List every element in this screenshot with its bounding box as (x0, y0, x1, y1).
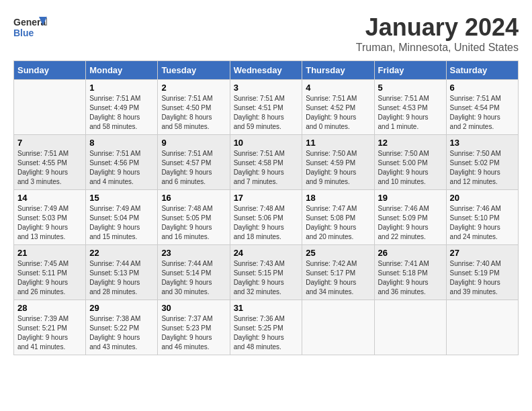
day-number: 1 (89, 83, 154, 93)
svg-text:Blue: Blue (13, 28, 34, 38)
day-info: Sunrise: 7:38 AM Sunset: 5:22 PM Dayligh… (89, 314, 154, 352)
calendar-cell: 31Sunrise: 7:36 AM Sunset: 5:25 PM Dayli… (230, 300, 302, 355)
page-header: General Blue January 2024 Truman, Minnes… (13, 13, 519, 54)
day-number: 13 (450, 138, 515, 148)
title-block: January 2024 Truman, Minnesota, United S… (356, 13, 519, 54)
day-number: 25 (306, 248, 370, 258)
calendar-cell: 11Sunrise: 7:50 AM Sunset: 4:59 PM Dayli… (302, 135, 374, 190)
calendar-cell: 10Sunrise: 7:51 AM Sunset: 4:58 PM Dayli… (230, 135, 302, 190)
day-number: 27 (450, 248, 515, 258)
weekday-header-friday: Friday (374, 61, 446, 80)
calendar-cell: 21Sunrise: 7:45 AM Sunset: 5:11 PM Dayli… (14, 245, 86, 300)
day-info: Sunrise: 7:51 AM Sunset: 4:58 PM Dayligh… (234, 149, 299, 187)
calendar-cell: 15Sunrise: 7:49 AM Sunset: 5:04 PM Dayli… (86, 190, 158, 245)
calendar-cell: 25Sunrise: 7:42 AM Sunset: 5:17 PM Dayli… (302, 245, 374, 300)
day-number: 29 (89, 303, 154, 313)
month-title: January 2024 (356, 13, 519, 42)
day-number: 17 (234, 193, 299, 203)
day-info: Sunrise: 7:49 AM Sunset: 5:03 PM Dayligh… (17, 204, 82, 242)
calendar-cell: 29Sunrise: 7:38 AM Sunset: 5:22 PM Dayli… (86, 300, 158, 355)
day-number: 23 (161, 248, 226, 258)
day-info: Sunrise: 7:36 AM Sunset: 5:25 PM Dayligh… (234, 314, 299, 352)
calendar-cell: 26Sunrise: 7:41 AM Sunset: 5:18 PM Dayli… (374, 245, 446, 300)
calendar-cell: 19Sunrise: 7:46 AM Sunset: 5:09 PM Dayli… (374, 190, 446, 245)
day-number: 4 (306, 83, 370, 93)
day-info: Sunrise: 7:50 AM Sunset: 5:00 PM Dayligh… (378, 149, 443, 187)
calendar-cell: 1Sunrise: 7:51 AM Sunset: 4:49 PM Daylig… (86, 80, 158, 135)
day-info: Sunrise: 7:51 AM Sunset: 4:50 PM Dayligh… (161, 94, 226, 132)
calendar-cell (374, 300, 446, 355)
calendar-week-row: 7Sunrise: 7:51 AM Sunset: 4:55 PM Daylig… (14, 135, 519, 190)
day-number: 11 (306, 138, 370, 148)
calendar-cell (14, 80, 86, 135)
day-info: Sunrise: 7:44 AM Sunset: 5:13 PM Dayligh… (89, 259, 154, 297)
day-info: Sunrise: 7:46 AM Sunset: 5:10 PM Dayligh… (450, 204, 515, 242)
day-info: Sunrise: 7:46 AM Sunset: 5:09 PM Dayligh… (378, 204, 443, 242)
day-number: 7 (17, 138, 82, 148)
day-number: 31 (234, 303, 299, 313)
day-info: Sunrise: 7:50 AM Sunset: 4:59 PM Dayligh… (306, 149, 370, 187)
day-number: 12 (378, 138, 443, 148)
calendar-week-row: 1Sunrise: 7:51 AM Sunset: 4:49 PM Daylig… (14, 80, 519, 135)
calendar-cell: 5Sunrise: 7:51 AM Sunset: 4:53 PM Daylig… (374, 80, 446, 135)
calendar-cell: 16Sunrise: 7:48 AM Sunset: 5:05 PM Dayli… (158, 190, 230, 245)
day-info: Sunrise: 7:37 AM Sunset: 5:23 PM Dayligh… (161, 314, 226, 352)
day-number: 22 (89, 248, 154, 258)
day-info: Sunrise: 7:50 AM Sunset: 5:02 PM Dayligh… (450, 149, 515, 187)
day-number: 30 (161, 303, 226, 313)
calendar-cell: 13Sunrise: 7:50 AM Sunset: 5:02 PM Dayli… (446, 135, 518, 190)
day-number: 8 (89, 138, 154, 148)
calendar-cell: 6Sunrise: 7:51 AM Sunset: 4:54 PM Daylig… (446, 80, 518, 135)
calendar-cell: 2Sunrise: 7:51 AM Sunset: 4:50 PM Daylig… (158, 80, 230, 135)
calendar-cell: 24Sunrise: 7:43 AM Sunset: 5:15 PM Dayli… (230, 245, 302, 300)
day-number: 9 (161, 138, 226, 148)
day-info: Sunrise: 7:51 AM Sunset: 4:52 PM Dayligh… (306, 94, 370, 132)
day-info: Sunrise: 7:47 AM Sunset: 5:08 PM Dayligh… (306, 204, 370, 242)
day-info: Sunrise: 7:51 AM Sunset: 4:54 PM Dayligh… (450, 94, 515, 132)
day-number: 14 (17, 193, 82, 203)
day-number: 28 (17, 303, 82, 313)
calendar-cell: 30Sunrise: 7:37 AM Sunset: 5:23 PM Dayli… (158, 300, 230, 355)
calendar-week-row: 28Sunrise: 7:39 AM Sunset: 5:21 PM Dayli… (14, 300, 519, 355)
weekday-header-saturday: Saturday (446, 61, 518, 80)
day-info: Sunrise: 7:51 AM Sunset: 4:57 PM Dayligh… (161, 149, 226, 187)
calendar-cell: 23Sunrise: 7:44 AM Sunset: 5:14 PM Dayli… (158, 245, 230, 300)
day-info: Sunrise: 7:49 AM Sunset: 5:04 PM Dayligh… (89, 204, 154, 242)
calendar-cell: 12Sunrise: 7:50 AM Sunset: 5:00 PM Dayli… (374, 135, 446, 190)
day-number: 5 (378, 83, 443, 93)
day-number: 19 (378, 193, 443, 203)
calendar-week-row: 14Sunrise: 7:49 AM Sunset: 5:03 PM Dayli… (14, 190, 519, 245)
calendar-cell: 28Sunrise: 7:39 AM Sunset: 5:21 PM Dayli… (14, 300, 86, 355)
day-number: 26 (378, 248, 443, 258)
day-info: Sunrise: 7:51 AM Sunset: 4:53 PM Dayligh… (378, 94, 443, 132)
weekday-header-monday: Monday (86, 61, 158, 80)
calendar-cell: 27Sunrise: 7:40 AM Sunset: 5:19 PM Dayli… (446, 245, 518, 300)
day-number: 15 (89, 193, 154, 203)
day-info: Sunrise: 7:43 AM Sunset: 5:15 PM Dayligh… (234, 259, 299, 297)
day-info: Sunrise: 7:39 AM Sunset: 5:21 PM Dayligh… (17, 314, 82, 352)
day-number: 10 (234, 138, 299, 148)
calendar-table: SundayMondayTuesdayWednesdayThursdayFrid… (13, 60, 519, 355)
calendar-cell: 20Sunrise: 7:46 AM Sunset: 5:10 PM Dayli… (446, 190, 518, 245)
calendar-cell: 22Sunrise: 7:44 AM Sunset: 5:13 PM Dayli… (86, 245, 158, 300)
location: Truman, Minnesota, United States (356, 42, 519, 54)
weekday-header-thursday: Thursday (302, 61, 374, 80)
day-number: 18 (306, 193, 370, 203)
calendar-cell: 8Sunrise: 7:51 AM Sunset: 4:56 PM Daylig… (86, 135, 158, 190)
logo-icon: General Blue (13, 13, 47, 40)
day-info: Sunrise: 7:48 AM Sunset: 5:05 PM Dayligh… (161, 204, 226, 242)
calendar-cell: 14Sunrise: 7:49 AM Sunset: 5:03 PM Dayli… (14, 190, 86, 245)
day-number: 20 (450, 193, 515, 203)
day-info: Sunrise: 7:51 AM Sunset: 4:49 PM Dayligh… (89, 94, 154, 132)
calendar-cell: 7Sunrise: 7:51 AM Sunset: 4:55 PM Daylig… (14, 135, 86, 190)
weekday-header-sunday: Sunday (14, 61, 86, 80)
day-info: Sunrise: 7:41 AM Sunset: 5:18 PM Dayligh… (378, 259, 443, 297)
day-info: Sunrise: 7:51 AM Sunset: 4:55 PM Dayligh… (17, 149, 82, 187)
weekday-header-wednesday: Wednesday (230, 61, 302, 80)
calendar-cell (446, 300, 518, 355)
calendar-cell: 18Sunrise: 7:47 AM Sunset: 5:08 PM Dayli… (302, 190, 374, 245)
logo: General Blue (13, 13, 50, 40)
weekday-header-tuesday: Tuesday (158, 61, 230, 80)
day-number: 2 (161, 83, 226, 93)
calendar-week-row: 21Sunrise: 7:45 AM Sunset: 5:11 PM Dayli… (14, 245, 519, 300)
